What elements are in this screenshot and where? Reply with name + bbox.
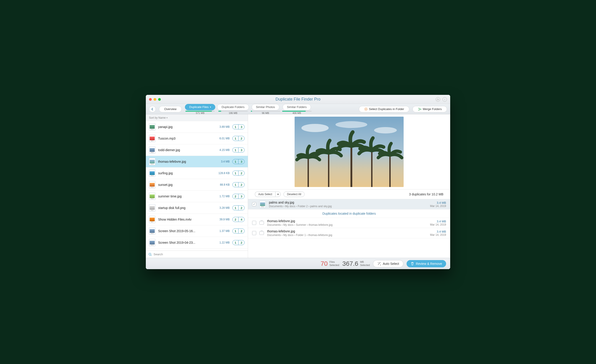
app-window: Duplicate File Finder Pro i Overview Dup…	[146, 95, 450, 269]
overview-button[interactable]: Overview	[159, 106, 182, 112]
detail-pane: Auto Select ▾ Deselect All 3 duplicates …	[248, 114, 450, 258]
duplicate-count-badge: 12	[232, 228, 245, 233]
tab-group: Duplicate Files ▾571 MBDuplicate Folders…	[185, 104, 311, 114]
file-type-icon: JPEG	[149, 158, 155, 165]
select-duplicates-button[interactable]: Select Duplicates in Folder	[359, 106, 410, 112]
file-size: 1.22 MB	[214, 241, 230, 244]
file-name: todd-diemer.jpg	[158, 148, 211, 152]
svg-point-6	[374, 127, 397, 133]
duplicate-count-badge: 23	[232, 194, 245, 199]
duplicate-name: thomas-lefebvre.jpg	[267, 229, 427, 233]
file-size: 1.37 MB	[214, 229, 230, 233]
svg-rect-11	[389, 155, 391, 187]
file-size: 1.72 MB	[214, 195, 230, 198]
info-icon[interactable]: i	[442, 97, 447, 102]
file-row[interactable]: JPEG thomas-lefebvre.jpg 3.4 MB 13	[146, 156, 248, 167]
file-row[interactable]: MP3 Tuscon.mp3 6.01 MB 12	[146, 133, 248, 144]
footer-auto-select-button[interactable]: Auto Select	[373, 260, 403, 267]
sort-header[interactable]: Sort by Name▾	[146, 114, 248, 121]
file-size: 3.4 MB	[214, 160, 230, 163]
file-name: yanapi.jpg	[158, 125, 211, 129]
file-row[interactable]: JPEG Screen Shot 2019-05-16... 1.37 MB 1…	[146, 225, 248, 237]
duplicate-checkbox[interactable]	[252, 231, 256, 235]
svg-rect-9	[350, 146, 352, 187]
tab-duplicate-files[interactable]: Duplicate Files ▾	[185, 104, 215, 110]
file-name: Show Hidden Files.m4v	[158, 218, 211, 221]
duplicate-row[interactable]: thomas-lefebvre.jpgDocuments › My docs ›…	[248, 228, 450, 238]
duplicate-date: Mar 14, 2019	[430, 223, 446, 226]
svg-point-1	[365, 109, 366, 109]
file-size: 88.9 KB	[214, 183, 230, 186]
minimize-icon[interactable]	[154, 98, 156, 101]
file-name: surfing.jpg	[158, 171, 211, 175]
duplicate-checkbox[interactable]: ✓	[252, 202, 256, 206]
duplicate-count-badge: 13	[232, 124, 245, 129]
file-name: thomas-lefebvre.jpg	[158, 160, 211, 163]
file-row[interactable]: JPEG sunset.jpg 88.9 KB 12	[146, 179, 248, 191]
file-type-icon: PNG	[149, 204, 155, 211]
divider-label: Duplicates located in duplicate folders	[248, 210, 450, 218]
duplicate-summary: 3 duplicates for 10.2 MB	[409, 192, 443, 196]
svg-point-5	[335, 121, 367, 128]
titlebar: Duplicate File Finder Pro i	[146, 95, 450, 104]
file-row[interactable]: PNG startup disk full.png 3.28 MB 12	[146, 202, 248, 214]
deselect-all-button[interactable]: Deselect All	[283, 191, 305, 197]
tab-similar-folders[interactable]: Similar Folders	[283, 104, 311, 110]
review-remove-button[interactable]: Review & Remove	[407, 260, 446, 267]
duplicate-count-badge: 12	[232, 182, 245, 187]
svg-rect-7	[307, 158, 309, 187]
auto-select-caret[interactable]: ▾	[275, 191, 281, 197]
file-type-icon: JPEG	[149, 227, 155, 235]
file-type-icon: JPEG	[149, 239, 155, 246]
svg-rect-10	[371, 151, 372, 187]
file-size: 39.9 MB	[214, 218, 230, 221]
merge-folders-button[interactable]: Merge Folders	[412, 106, 447, 112]
camera-icon	[259, 221, 264, 225]
file-type-icon: JPEG	[149, 169, 155, 177]
file-row[interactable]: JPEG Screen Shot 2019-04-23... 1.22 MB 1…	[146, 237, 248, 248]
duplicate-row[interactable]: ✓ JPEG palms and sky.jpgDocuments › My d…	[248, 199, 450, 210]
file-type-icon: JPEG	[259, 201, 266, 208]
duplicate-count-badge: 12	[232, 205, 245, 210]
back-button[interactable]	[149, 106, 156, 112]
file-row[interactable]: M4V Show Hidden Files.m4v 39.9 MB 24	[146, 214, 248, 225]
file-name: sunset.jpg	[158, 183, 211, 187]
duplicate-row[interactable]: thomas-lefebvre.jpgDocuments › My docs ›…	[248, 218, 450, 228]
search-icon	[149, 253, 152, 256]
duplicate-date: Mar 14, 2019	[430, 233, 446, 236]
action-bar: Auto Select ▾ Deselect All 3 duplicates …	[248, 189, 450, 199]
file-row[interactable]: JPEG summer time.jpg 1.72 MB 23	[146, 191, 248, 202]
file-size: 3.89 MB	[214, 125, 230, 128]
duplicate-count-badge: 24	[232, 217, 245, 222]
duplicate-checkbox[interactable]	[252, 221, 256, 225]
file-row[interactable]: JPEG yanapi.jpg 3.89 MB 13	[146, 121, 248, 133]
files-selected-stat: 70 FilesSelected	[320, 260, 339, 267]
duplicate-count-badge: 12	[232, 171, 245, 176]
app-title: Duplicate File Finder Pro	[276, 97, 320, 102]
rss-icon[interactable]	[436, 97, 440, 102]
file-type-icon: JPEG	[149, 146, 155, 154]
file-row[interactable]: JPEG surfing.jpg 128.8 KB 12	[146, 167, 248, 179]
tab-duplicate-folders[interactable]: Duplicate Folders	[217, 104, 249, 110]
tab-size-label: 406 MB	[292, 112, 301, 114]
duplicate-path: Documents › My docs › Folder 2 › palms a…	[269, 205, 427, 208]
duplicate-count-badge: 13	[232, 147, 245, 153]
zoom-icon[interactable]	[158, 98, 161, 101]
duplicate-count-badge: 12	[232, 136, 245, 141]
file-size: 4.15 MB	[214, 148, 230, 152]
tab-similar-photos[interactable]: Similar Photos	[252, 104, 279, 110]
duplicate-count-badge: 12	[232, 240, 245, 245]
tab-size-label: 186 MB	[229, 112, 237, 114]
merge-icon	[418, 108, 421, 111]
mb-selected-stat: 367.6 MBSelected	[342, 260, 370, 267]
duplicate-list: ✓ JPEG palms and sky.jpgDocuments › My d…	[248, 199, 450, 238]
file-row[interactable]: JPEG todd-diemer.jpg 4.15 MB 13	[146, 144, 248, 156]
close-icon[interactable]	[149, 98, 152, 101]
duplicate-size: 3.4 MB	[430, 201, 446, 204]
auto-select-dropdown[interactable]: Auto Select	[255, 191, 275, 197]
footer: 70 FilesSelected 367.6 MBSelected Auto S…	[146, 258, 450, 269]
file-name: startup disk full.png	[158, 206, 211, 210]
file-type-icon: JPEG	[149, 181, 155, 188]
duplicate-date: Mar 14, 2019	[430, 204, 446, 208]
search-row[interactable]: Search	[146, 251, 248, 258]
